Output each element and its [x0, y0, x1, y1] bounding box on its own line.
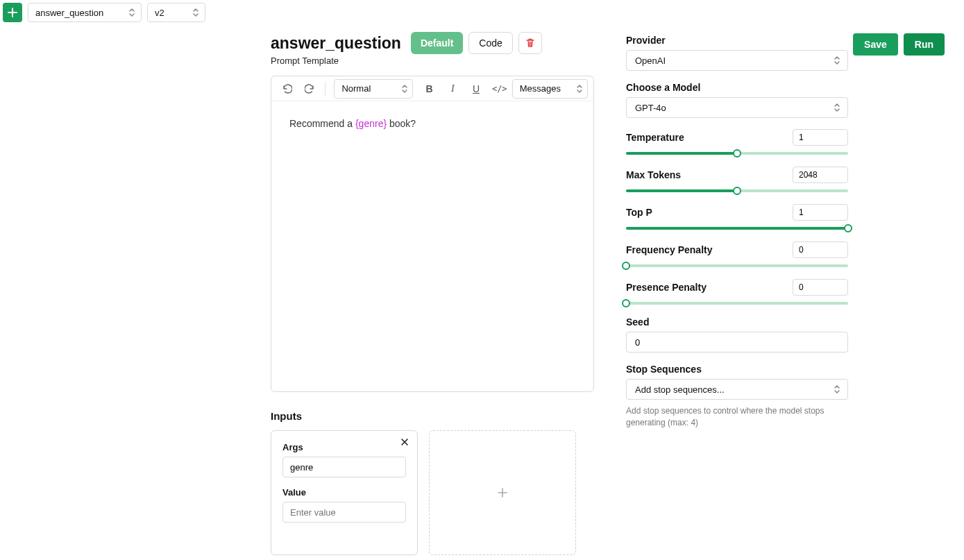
run-button[interactable]: Run [904, 33, 945, 56]
page-title: answer_question [271, 34, 401, 53]
top-p-label: Top P [626, 207, 652, 218]
args-label: Args [282, 442, 406, 452]
version-select[interactable]: v2 [147, 3, 205, 22]
stop-sequences-hint: Add stop sequences to control where the … [626, 405, 848, 429]
chevron-updown-icon [834, 384, 840, 394]
args-input[interactable] [282, 457, 406, 477]
provider-label: Provider [626, 35, 848, 46]
plus-icon [496, 486, 509, 499]
chevron-updown-icon [834, 56, 840, 65]
stop-sequences-label: Stop Sequences [626, 364, 848, 375]
chevron-updown-icon [128, 8, 135, 17]
code-button[interactable]: Code [468, 32, 512, 54]
close-icon [400, 438, 409, 446]
chevron-updown-icon [576, 84, 583, 94]
plus-icon [7, 7, 18, 18]
frequency-penalty-input[interactable] [793, 241, 848, 258]
presence-penalty-label: Presence Penalty [626, 282, 707, 293]
editor-text: Recommend a {genre} book? [289, 118, 416, 129]
chevron-updown-icon [834, 103, 840, 112]
bold-icon: B [426, 83, 433, 94]
frequency-penalty-slider[interactable] [626, 261, 848, 271]
seed-label: Seed [626, 316, 848, 328]
delete-button[interactable] [518, 32, 542, 54]
redo-icon [305, 83, 316, 94]
add-input-button[interactable] [429, 430, 576, 555]
save-button[interactable]: Save [853, 33, 898, 56]
model-label: Choose a Model [626, 82, 848, 93]
input-card: Args Value [271, 430, 418, 555]
italic-button[interactable]: I [441, 79, 464, 99]
temperature-input[interactable] [793, 129, 848, 146]
stop-sequences-placeholder: Add stop sequences... [635, 384, 725, 395]
underline-button[interactable]: U [465, 79, 487, 99]
template-select-value: answer_question [35, 8, 103, 18]
max-tokens-slider[interactable] [626, 186, 848, 196]
seed-input[interactable] [626, 332, 848, 353]
trash-icon [525, 37, 536, 49]
bold-button[interactable]: B [418, 79, 441, 99]
top-p-input[interactable] [793, 204, 848, 221]
paragraph-style-value: Normal [341, 83, 371, 94]
messages-select[interactable]: Messages [512, 79, 588, 99]
undo-button[interactable] [276, 79, 298, 99]
temperature-slider[interactable] [626, 149, 848, 158]
italic-icon: I [451, 83, 455, 94]
chevron-updown-icon [401, 84, 408, 94]
editor-toolbar: Normal B I U </> Messages [271, 76, 593, 101]
max-tokens-label: Max Tokens [626, 169, 681, 180]
temperature-label: Temperature [626, 132, 684, 143]
provider-select[interactable]: OpenAI [626, 50, 848, 71]
messages-select-value: Messages [520, 83, 561, 94]
presence-penalty-slider[interactable] [626, 298, 848, 308]
prompt-editor[interactable]: Recommend a {genre} book? [271, 101, 593, 391]
prompt-template-label: Prompt Template [271, 56, 594, 66]
code-format-button[interactable]: </> [489, 79, 511, 99]
model-select[interactable]: GPT-4o [626, 97, 848, 118]
template-select[interactable]: answer_question [28, 3, 142, 22]
presence-penalty-input[interactable] [793, 279, 848, 296]
default-button[interactable]: Default [411, 32, 463, 54]
undo-icon [281, 83, 292, 94]
code-icon: </> [492, 84, 507, 94]
template-variable: {genre} [355, 118, 387, 129]
stop-sequences-select[interactable]: Add stop sequences... [626, 379, 848, 400]
top-p-slider[interactable] [626, 223, 848, 233]
underline-icon: U [473, 83, 480, 94]
max-tokens-input[interactable] [793, 167, 848, 183]
paragraph-style-select[interactable]: Normal [334, 79, 412, 99]
value-label: Value [282, 487, 406, 498]
new-template-button[interactable] [3, 3, 22, 22]
provider-value: OpenAI [635, 56, 666, 66]
inputs-section-label: Inputs [271, 410, 594, 422]
chevron-updown-icon [192, 8, 199, 17]
frequency-penalty-label: Frequency Penalty [626, 244, 713, 255]
value-input[interactable] [282, 502, 406, 523]
model-value: GPT-4o [635, 103, 666, 113]
version-select-value: v2 [155, 8, 164, 18]
remove-input-button[interactable] [400, 438, 409, 446]
redo-button[interactable] [299, 79, 321, 99]
